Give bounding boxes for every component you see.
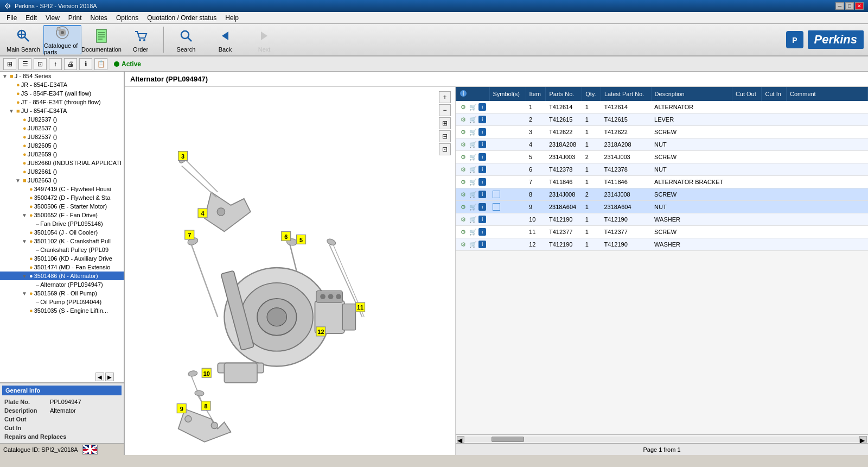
info-icon[interactable]: i [478, 116, 486, 123]
table-row[interactable]: ⚙ 🛒 i 3T4126221T412622SCREW [456, 126, 868, 138]
tree-item-3501569[interactable]: ▼ ● 3501569 (R - Oil Pump) [0, 289, 124, 298]
gear-icon[interactable]: ⚙ [459, 140, 468, 149]
gear-icon[interactable]: ⚙ [459, 178, 468, 186]
cart-icon[interactable]: 🛒 [469, 128, 477, 136]
gear-icon[interactable]: ⚙ [459, 240, 468, 249]
tree-item-3500652[interactable]: ▼ ● 3500652 (F - Fan Drive) [0, 211, 124, 219]
gear-icon[interactable]: ⚙ [459, 203, 468, 211]
horizontal-scrollbar[interactable]: ◀ ▶ [456, 434, 868, 443]
scroll-track[interactable] [464, 437, 859, 442]
tree-item-3500506[interactable]: ● 3500506 (E - Starter Motor) [0, 202, 124, 211]
row-actions[interactable]: ⚙ 🛒 i [456, 138, 489, 151]
row-actions[interactable]: ⚙ 🛒 i [456, 151, 489, 163]
info-icon[interactable]: i [478, 228, 486, 236]
tree-item-3501474[interactable]: ● 3501474 (MD - Fan Extensio [0, 263, 124, 272]
cart-icon[interactable]: 🛒 [469, 190, 477, 199]
cart-icon[interactable]: 🛒 [469, 103, 477, 111]
tree-item-ju82660[interactable]: ● JU82660 (INDUSTRIAL APPLICATI [0, 159, 124, 167]
filter-button[interactable]: ⊡ [34, 58, 47, 70]
fit-button[interactable]: ⊞ [439, 117, 451, 129]
scroll-left-btn[interactable]: ◀ [457, 436, 464, 443]
scroll-right-btn[interactable]: ▶ [859, 436, 867, 443]
row-actions[interactable]: ⚙ 🛒 i [456, 176, 489, 188]
table-row[interactable]: ⚙ 🛒 i 12T4121901T412190WASHER [456, 238, 868, 251]
main-search-button[interactable]: Main Search [4, 25, 42, 54]
row-actions[interactable]: ⚙ 🛒 i [456, 101, 489, 113]
scroll-thumb[interactable] [492, 437, 524, 442]
gear-icon[interactable]: ⚙ [459, 115, 468, 124]
search-button[interactable]: Search [167, 25, 205, 54]
row-actions[interactable]: ⚙ 🛒 i [456, 126, 489, 138]
print-button[interactable]: 🖨 [64, 58, 77, 70]
menu-edit[interactable]: Edit [21, 13, 41, 23]
list-view-button[interactable]: ☰ [18, 58, 31, 70]
tree-item-alternator[interactable]: – Alternator (PPL094947) [0, 280, 124, 289]
gear-icon[interactable]: ⚙ [459, 128, 468, 136]
tree-item-ju82537c[interactable]: ● JU82537 () [0, 132, 124, 141]
minimize-button[interactable]: ─ [835, 2, 844, 10]
tree-item-3500472[interactable]: ● 3500472 (D - Flywheel & Sta [0, 193, 124, 202]
table-row[interactable]: ⚙ 🛒 i 6T4123781T412378NUT [456, 163, 868, 176]
info-icon[interactable]: i [478, 153, 486, 161]
reset-button[interactable]: ⊡ [439, 143, 451, 155]
tree-item-js[interactable]: ● JS - 854F-E34T (wall flow) [0, 89, 124, 98]
cart-icon[interactable]: 🛒 [469, 240, 477, 249]
row-actions[interactable]: ⚙ 🛒 i [456, 238, 489, 251]
tree-item-jt[interactable]: ● JT - 854F-E34T (through flow) [0, 98, 124, 106]
table-row[interactable]: ⚙ 🛒 i 7T4118461T411846ALTERNATOR BRACKET [456, 176, 868, 188]
zoom-in-button[interactable]: + [439, 91, 451, 103]
cart-icon[interactable]: 🛒 [469, 215, 477, 224]
info-icon[interactable]: i [478, 241, 486, 248]
zoom-rect-button[interactable]: ⊟ [439, 130, 451, 142]
zoom-out-button[interactable]: − [439, 104, 451, 116]
table-row[interactable]: ⚙ 🛒 i 52314J00322314J003SCREW [456, 151, 868, 163]
table-row[interactable]: ⚙ 🛒 i 1T4126141T412614ALTERNATOR [456, 101, 868, 113]
info-icon[interactable]: i [478, 166, 486, 173]
table-row[interactable]: ⚙ 🛒 i 10T4121901T412190WASHER [456, 213, 868, 226]
next-button[interactable]: Next [245, 25, 283, 54]
tree-item-ju[interactable]: ▼ ■ JU - 854F-E34TA [0, 106, 124, 115]
row-actions[interactable]: ⚙ 🛒 i [456, 113, 489, 126]
tree-item-ju82661[interactable]: ● JU82661 () [0, 167, 124, 176]
tree-item-j854[interactable]: ▼ ■ J - 854 Series [0, 72, 124, 80]
table-row[interactable]: ⚙ 🛒 i 92318A60412318A604NUT [456, 201, 868, 213]
order-button[interactable]: Order [122, 25, 159, 54]
tree-item-3501486[interactable]: ▼ ● 3501486 (N - Alternator) [0, 272, 124, 280]
gear-icon[interactable]: ⚙ [459, 103, 468, 111]
info-icon[interactable]: i [478, 191, 486, 198]
table-row[interactable]: ⚙ 🛒 i 11T4123771T412377SCREW [456, 226, 868, 238]
tree-item-3501102[interactable]: ▼ ● 3501102 (K - Crankshaft Pull [0, 237, 124, 245]
documentation-button[interactable]: Documentation [82, 25, 120, 54]
grid-view-button[interactable]: ⊞ [3, 58, 16, 70]
tree-item-ju82537a[interactable]: ● JU82537 () [0, 115, 124, 124]
tree-item-jr[interactable]: ● JR - 854E-E34TA [0, 80, 124, 89]
menu-view[interactable]: View [41, 13, 64, 23]
table-row[interactable]: ⚙ 🛒 i 42318A20812318A208NUT [456, 138, 868, 151]
gear-icon[interactable]: ⚙ [459, 190, 468, 199]
menu-file[interactable]: File [2, 13, 21, 23]
row-actions[interactable]: ⚙ 🛒 i [456, 201, 489, 213]
back-button[interactable]: Back [206, 25, 244, 54]
row-actions[interactable]: ⚙ 🛒 i [456, 213, 489, 226]
up-button[interactable]: ↑ [49, 58, 62, 70]
menu-options[interactable]: Options [112, 13, 143, 23]
export-button[interactable]: 📋 [94, 58, 107, 70]
menu-print[interactable]: Print [64, 13, 86, 23]
row-actions[interactable]: ⚙ 🛒 i [456, 188, 489, 201]
cart-icon[interactable]: 🛒 [469, 228, 477, 236]
gear-icon[interactable]: ⚙ [459, 153, 468, 161]
info-icon[interactable]: i [478, 216, 486, 223]
window-controls[interactable]: ─ □ ✕ [835, 2, 864, 10]
info-icon[interactable]: i [478, 103, 486, 111]
tree-item-3501035[interactable]: ● 3501035 (S - Engine Liftin... [0, 306, 124, 315]
maximize-button[interactable]: □ [845, 2, 854, 10]
cart-icon[interactable]: 🛒 [469, 153, 477, 161]
tree-item-oilpump[interactable]: – Oil Pump (PPL094044) [0, 298, 124, 306]
cart-icon[interactable]: 🛒 [469, 203, 477, 211]
tree-item-ju82663[interactable]: ▼ ■ JU82663 () [0, 176, 124, 185]
gear-icon[interactable]: ⚙ [459, 165, 468, 174]
gear-icon[interactable]: ⚙ [459, 215, 468, 224]
cart-icon[interactable]: 🛒 [469, 165, 477, 174]
close-button[interactable]: ✕ [855, 2, 864, 10]
info-icon[interactable]: i [478, 128, 486, 136]
